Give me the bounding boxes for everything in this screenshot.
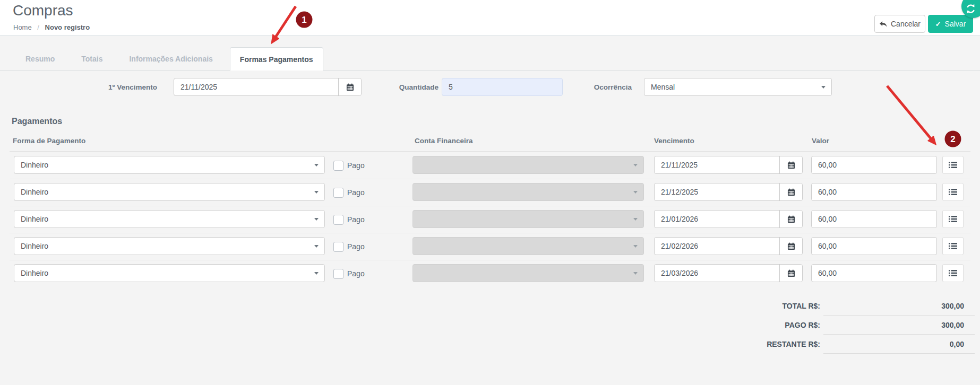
due-date-group bbox=[654, 237, 803, 255]
payment-method-select[interactable]: Dinheiro bbox=[14, 264, 325, 282]
payment-row: Dinheiro Pago bbox=[10, 206, 970, 233]
paid-checkbox[interactable] bbox=[333, 188, 343, 198]
tab-formas-pagamentos[interactable]: Formas Pagamentos bbox=[230, 47, 323, 71]
quantity-label: Quantidade bbox=[366, 82, 439, 93]
caret-down-icon bbox=[314, 191, 319, 194]
save-button[interactable]: ✓ Salvar bbox=[928, 15, 973, 33]
caret-down-icon bbox=[633, 191, 638, 194]
due-date-group bbox=[654, 183, 803, 201]
amount-input[interactable] bbox=[811, 264, 937, 282]
column-header-method: Forma de Pagamento bbox=[13, 137, 85, 145]
occurrence-select-value: Mensal bbox=[651, 83, 675, 91]
row-details-button[interactable] bbox=[942, 210, 964, 228]
refresh-icon bbox=[965, 3, 976, 14]
totals-row-paid: PAGO R$: 300,00 bbox=[0, 316, 980, 335]
breadcrumb-home-link[interactable]: Home bbox=[13, 23, 32, 31]
tab-informacoes-adicionais[interactable]: Informações Adicionais bbox=[119, 47, 222, 71]
row-details-button[interactable] bbox=[942, 183, 964, 201]
financial-account-select-disabled bbox=[412, 210, 644, 228]
list-ul-icon bbox=[949, 161, 957, 169]
due-date-group bbox=[654, 156, 803, 174]
caret-down-icon bbox=[314, 218, 319, 221]
first-due-calendar-button[interactable] bbox=[338, 78, 361, 95]
paid-checkbox[interactable] bbox=[333, 269, 343, 279]
breadcrumb: Home / Novo registro bbox=[13, 23, 90, 31]
paid-checkbox[interactable] bbox=[333, 161, 343, 171]
caret-down-icon bbox=[633, 164, 638, 167]
caret-down-icon bbox=[821, 86, 826, 89]
occurrence-select[interactable]: Mensal bbox=[644, 78, 832, 96]
page-title: Compras bbox=[13, 2, 73, 19]
quantity-input[interactable] bbox=[442, 78, 563, 96]
remaining-total-label: RESTANTE R$: bbox=[627, 335, 820, 354]
due-date-calendar-button[interactable] bbox=[779, 211, 802, 228]
compras-page: Compras Home / Novo registro Cancelar ✓ … bbox=[0, 0, 980, 385]
total-value: 300,00 bbox=[823, 297, 975, 316]
amount-input[interactable] bbox=[811, 210, 937, 228]
paid-total-label: PAGO R$: bbox=[627, 316, 820, 335]
save-button-label: Salvar bbox=[945, 20, 966, 28]
amount-input[interactable] bbox=[811, 156, 937, 174]
financial-account-select-disabled bbox=[412, 183, 644, 201]
row-details-button[interactable] bbox=[942, 156, 964, 174]
payment-row: Dinheiro Pago bbox=[10, 260, 970, 287]
paid-checkbox-label: Pago bbox=[347, 188, 365, 197]
payment-method-select[interactable]: Dinheiro bbox=[14, 210, 325, 228]
payment-method-value: Dinheiro bbox=[21, 188, 48, 196]
cancel-button[interactable]: Cancelar bbox=[874, 15, 925, 33]
breadcrumb-current: Novo registro bbox=[45, 23, 90, 31]
caret-down-icon bbox=[314, 272, 319, 275]
caret-down-icon bbox=[633, 218, 638, 221]
list-ul-icon bbox=[949, 188, 957, 196]
calendar-icon bbox=[787, 242, 795, 250]
first-due-date-group bbox=[174, 78, 362, 96]
financial-account-select-disabled bbox=[412, 156, 644, 174]
tab-bar: Resumo Totais Informações Adicionais For… bbox=[16, 47, 331, 71]
remaining-total-value: 0,00 bbox=[823, 335, 975, 354]
paid-checkbox-label: Pago bbox=[347, 269, 365, 278]
payment-method-select[interactable]: Dinheiro bbox=[14, 237, 325, 255]
paid-total-value: 300,00 bbox=[823, 316, 975, 335]
financial-account-select-disabled bbox=[412, 237, 644, 255]
caret-down-icon bbox=[633, 272, 638, 275]
payment-method-value: Dinheiro bbox=[21, 215, 48, 223]
row-details-button[interactable] bbox=[942, 237, 964, 255]
column-header-account: Conta Financeira bbox=[415, 137, 473, 145]
list-ul-icon bbox=[949, 269, 957, 277]
caret-down-icon bbox=[633, 245, 638, 248]
caret-down-icon bbox=[314, 164, 319, 167]
caret-down-icon bbox=[314, 245, 319, 248]
reply-arrow-icon bbox=[879, 21, 887, 28]
tab-resumo[interactable]: Resumo bbox=[16, 47, 64, 71]
payment-method-select[interactable]: Dinheiro bbox=[14, 156, 325, 174]
due-date-input[interactable] bbox=[655, 238, 780, 255]
paid-checkbox[interactable] bbox=[333, 215, 343, 225]
list-ul-icon bbox=[949, 242, 957, 250]
amount-input[interactable] bbox=[811, 183, 937, 201]
check-icon: ✓ bbox=[935, 20, 941, 28]
amount-input[interactable] bbox=[811, 237, 937, 255]
due-date-calendar-button[interactable] bbox=[779, 183, 802, 200]
due-date-calendar-button[interactable] bbox=[779, 156, 802, 173]
due-date-calendar-button[interactable] bbox=[779, 265, 802, 282]
cancel-button-label: Cancelar bbox=[891, 20, 921, 28]
payment-method-value: Dinheiro bbox=[21, 161, 48, 169]
due-date-input[interactable] bbox=[655, 183, 780, 200]
payment-method-select[interactable]: Dinheiro bbox=[14, 183, 325, 201]
tab-totais[interactable]: Totais bbox=[72, 47, 112, 71]
totals-row-remaining: RESTANTE R$: 0,00 bbox=[0, 335, 980, 354]
due-date-input[interactable] bbox=[655, 265, 780, 282]
paid-checkbox-label: Pago bbox=[347, 215, 365, 224]
column-header-due: Vencimento bbox=[654, 137, 694, 145]
calendar-icon bbox=[787, 188, 795, 196]
first-due-date-input[interactable] bbox=[174, 78, 339, 95]
due-date-input[interactable] bbox=[655, 156, 780, 173]
payment-row: Dinheiro Pago bbox=[10, 152, 970, 179]
page-header: Compras Home / Novo registro bbox=[0, 0, 980, 36]
row-details-button[interactable] bbox=[942, 264, 964, 282]
due-date-calendar-button[interactable] bbox=[779, 238, 802, 255]
payments-section-title: Pagamentos bbox=[12, 117, 62, 126]
paid-checkbox[interactable] bbox=[333, 242, 343, 252]
calendar-icon bbox=[787, 161, 795, 169]
due-date-input[interactable] bbox=[655, 211, 780, 228]
